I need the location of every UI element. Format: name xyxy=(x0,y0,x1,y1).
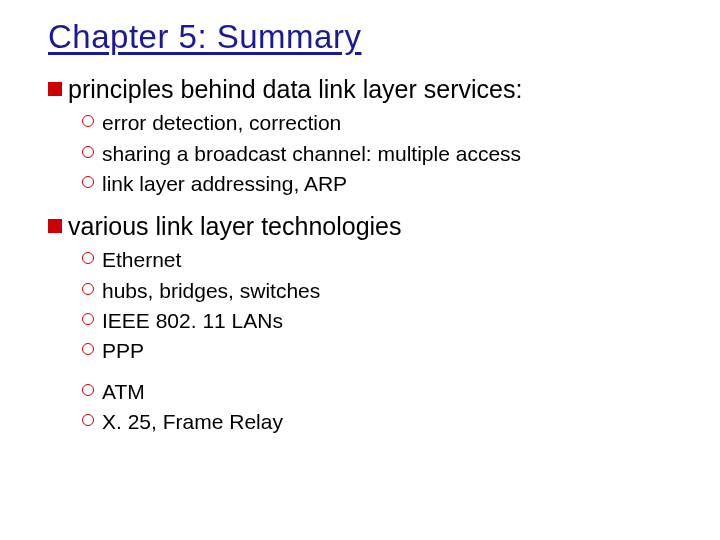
item-text: hubs, bridges, switches xyxy=(102,277,320,304)
list-item: hubs, bridges, switches xyxy=(82,277,680,304)
circle-bullet-icon xyxy=(82,252,94,264)
list-item: error detection, correction xyxy=(82,109,680,136)
item-text: X. 25, Frame Relay xyxy=(102,408,283,435)
section-principles: principles behind data link layer servic… xyxy=(48,74,680,197)
section-heading: various link layer technologies xyxy=(68,211,402,242)
square-bullet-icon xyxy=(48,82,62,96)
spacer xyxy=(82,368,680,378)
circle-bullet-icon xyxy=(82,283,94,295)
sub-list: error detection, correction sharing a br… xyxy=(82,109,680,197)
square-bullet-icon xyxy=(48,219,62,233)
slide: Chapter 5: Summary principles behind dat… xyxy=(0,0,720,469)
item-text: PPP xyxy=(102,337,144,364)
list-item: link layer addressing, ARP xyxy=(82,170,680,197)
section-technologies: various link layer technologies Ethernet… xyxy=(48,211,680,435)
item-text: Ethernet xyxy=(102,246,181,273)
circle-bullet-icon xyxy=(82,343,94,355)
slide-title: Chapter 5: Summary xyxy=(48,18,680,56)
circle-bullet-icon xyxy=(82,146,94,158)
list-item: IEEE 802. 11 LANs xyxy=(82,307,680,334)
list-item: sharing a broadcast channel: multiple ac… xyxy=(82,140,680,167)
circle-bullet-icon xyxy=(82,176,94,188)
item-text: link layer addressing, ARP xyxy=(102,170,347,197)
circle-bullet-icon xyxy=(82,414,94,426)
circle-bullet-icon xyxy=(82,384,94,396)
circle-bullet-icon xyxy=(82,115,94,127)
circle-bullet-icon xyxy=(82,313,94,325)
item-text: sharing a broadcast channel: multiple ac… xyxy=(102,140,521,167)
list-item: X. 25, Frame Relay xyxy=(82,408,680,435)
list-item: Ethernet xyxy=(82,246,680,273)
section-heading: principles behind data link layer servic… xyxy=(68,74,522,105)
bullet-top: various link layer technologies xyxy=(48,211,680,242)
item-text: error detection, correction xyxy=(102,109,341,136)
sub-list: Ethernet hubs, bridges, switches IEEE 80… xyxy=(82,246,680,435)
list-item: PPP xyxy=(82,337,680,364)
list-item: ATM xyxy=(82,378,680,405)
item-text: ATM xyxy=(102,378,145,405)
bullet-top: principles behind data link layer servic… xyxy=(48,74,680,105)
item-text: IEEE 802. 11 LANs xyxy=(102,307,283,334)
